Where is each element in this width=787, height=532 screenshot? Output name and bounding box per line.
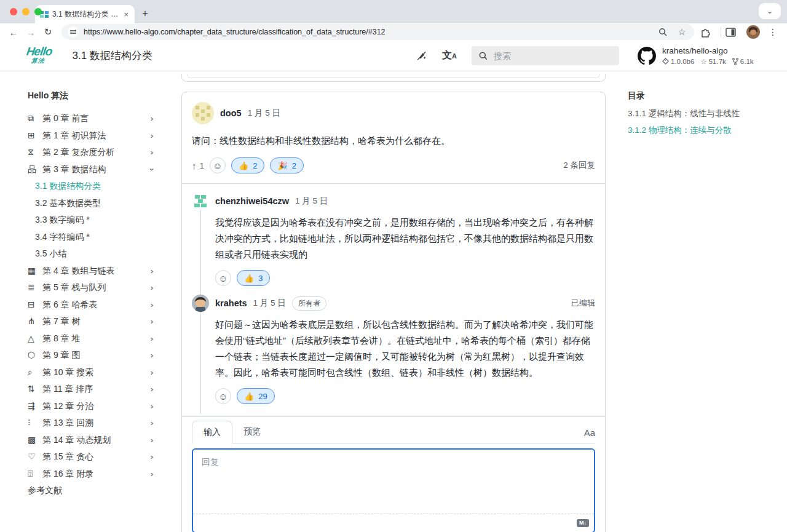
toc-item-active[interactable]: 3.1.2 物理结构：连续与分散 (628, 122, 787, 138)
close-window-button[interactable] (10, 8, 17, 15)
side-panel-icon[interactable] (726, 28, 742, 37)
reaction-count: 29 (258, 392, 267, 401)
sidebar-item[interactable]: 3.3 数字编码 * (28, 212, 181, 229)
chevron-right-icon[interactable]: › (151, 466, 153, 483)
chevron-right-icon[interactable]: › (151, 432, 153, 449)
chevron-right-icon[interactable]: › (151, 127, 153, 145)
add-reaction-icon[interactable]: ☺ (215, 270, 231, 286)
sidebar-item[interactable]: ⊟第 6 章 哈希表› (28, 296, 181, 314)
sidebar-item[interactable]: ⌕第 10 章 搜索› (28, 364, 181, 381)
chevron-right-icon[interactable]: › (151, 381, 153, 398)
sidebar-item-label: 3.3 数字编码 * (35, 212, 90, 229)
tab-overflow-chevron-icon[interactable]: ⌄ (759, 3, 781, 19)
sidebar-item[interactable]: △第 8 章 堆› (28, 330, 181, 347)
avatar[interactable] (192, 193, 209, 210)
sidebar-item-label: 3.1 数据结构分类 (35, 178, 101, 195)
sidebar-item[interactable]: ♡第 15 章 贪心› (28, 448, 181, 466)
search-input[interactable] (494, 51, 612, 61)
sidebar-item[interactable]: ⇶第 12 章 分治› (28, 398, 181, 415)
close-tab-icon[interactable]: × (122, 10, 130, 19)
reply-date[interactable]: 1 月 5 日 (295, 196, 328, 207)
upvote-count: 1 (200, 161, 205, 170)
avatar[interactable] (192, 295, 209, 312)
comment-date[interactable]: 1 月 5 日 (248, 108, 280, 119)
comment-author[interactable]: doo5 (220, 108, 242, 118)
bookmark-star-icon[interactable]: ☆ (676, 27, 688, 37)
reply-author[interactable]: krahets (215, 298, 247, 308)
chevron-right-icon[interactable]: › (151, 448, 153, 466)
tab-preview[interactable]: 预览 (232, 421, 272, 443)
chevron-down-icon[interactable]: › (143, 168, 160, 170)
address-bar[interactable]: https://www.hello-algo.com/chapter_data_… (61, 24, 694, 40)
zoom-window-button[interactable] (34, 8, 42, 15)
party-icon: 🎉 (277, 161, 287, 170)
sidebar-item[interactable]: ▩第 14 章 动态规划› (28, 432, 181, 449)
browser-menu-kebab-icon[interactable]: ⋮ (765, 27, 781, 37)
avatar[interactable] (192, 102, 214, 124)
chevron-right-icon[interactable]: › (151, 347, 153, 364)
tab-write[interactable]: 输入 (192, 421, 232, 443)
sidebar-item[interactable]: 3.5 小结 (28, 245, 181, 263)
chevron-right-icon[interactable]: › (151, 296, 153, 314)
add-reaction-icon[interactable]: ☺ (215, 388, 231, 404)
chevron-right-icon[interactable]: › (151, 144, 153, 161)
sidebar-item-label: 第 3 章 数据结构 (42, 161, 106, 178)
minimize-window-button[interactable] (22, 8, 30, 15)
chevron-right-icon[interactable]: › (151, 330, 153, 347)
reply-author[interactable]: chenzhiwei54czw (215, 196, 289, 206)
sidebar-item[interactable]: ⬡第 9 章 图› (28, 347, 181, 364)
thumbs-up-reaction-pill[interactable]: 👍2 (231, 157, 264, 173)
theme-toggle-icon[interactable] (416, 50, 427, 62)
sidebar-item[interactable]: 品第 3 章 数据结构› (28, 161, 181, 178)
sidebar-item[interactable]: ⧖第 2 章 复杂度分析› (28, 144, 181, 161)
extensions-puzzle-icon[interactable] (700, 27, 716, 38)
reply-date[interactable]: 1 月 5 日 (253, 298, 286, 309)
sidebar-item-label: 3.4 字符编码 * (35, 229, 90, 246)
sidebar-item[interactable]: ▦第 4 章 数组与链表› (28, 263, 181, 280)
github-repo-block[interactable]: krahets/hello-algo 1.0.0b6 ☆51.7k 6.1k (638, 46, 770, 66)
chevron-right-icon[interactable]: › (151, 415, 153, 432)
sidebar-item[interactable]: 3.2 基本数据类型 (28, 195, 181, 212)
chevron-right-icon[interactable]: › (151, 398, 153, 415)
chevron-right-icon[interactable]: › (151, 263, 153, 280)
reload-icon[interactable]: ↻ (41, 26, 55, 38)
sidebar-item[interactable]: ≣第 5 章 栈与队列› (28, 279, 181, 296)
upvote-button[interactable]: ↑1 (192, 161, 204, 171)
sidebar-item[interactable]: 3.4 字符编码 * (28, 229, 181, 246)
browser-profile-avatar[interactable] (746, 25, 760, 39)
text-format-button[interactable]: Aa (584, 427, 595, 443)
sidebar-item-active[interactable]: 3.1 数据结构分类 (28, 178, 181, 195)
sidebar-item[interactable]: ⍰第 16 章 附录› (28, 466, 181, 483)
chevron-right-icon[interactable]: › (151, 279, 153, 296)
reply-textarea[interactable] (193, 450, 594, 511)
sidebar-item[interactable]: ⁝第 13 章 回溯› (28, 415, 181, 432)
sidebar-item[interactable]: ⊞第 1 章 初识算法› (28, 127, 181, 145)
zoom-page-icon[interactable] (658, 28, 671, 37)
sidebar-site-name[interactable]: Hello 算法 (28, 87, 181, 104)
search-box[interactable] (472, 46, 619, 65)
toc-item[interactable]: 3.1.1 逻辑结构：线性与非线性 (628, 105, 787, 122)
sidebar-item[interactable]: ⋔第 7 章 树› (28, 313, 181, 330)
hash-table-icon: ⊟ (28, 296, 42, 314)
browser-tab[interactable]: 3.1 数据结构分类 - Hello 算法 × (35, 5, 135, 23)
markdown-icon[interactable]: M↓ (577, 519, 589, 527)
site-settings-icon[interactable] (68, 26, 79, 38)
sidebar-item-label: 第 10 章 搜索 (42, 364, 93, 381)
new-tab-button[interactable]: + (142, 7, 148, 20)
sidebar-item[interactable]: ⧉第 0 章 前言› (28, 110, 181, 127)
back-icon[interactable]: ← (6, 27, 21, 38)
language-translate-icon[interactable]: 文A (442, 49, 457, 62)
sidebar-item-references[interactable]: 参考文献 (28, 482, 181, 499)
chevron-right-icon[interactable]: › (151, 110, 153, 127)
thumbs-up-reaction-pill[interactable]: 👍29 (237, 388, 275, 404)
thumbs-up-reaction-pill[interactable]: 👍3 (237, 270, 270, 286)
forward-icon[interactable]: → (23, 27, 38, 38)
window-controls[interactable] (10, 8, 42, 15)
site-logo[interactable]: Hello算法 (25, 47, 53, 65)
sidebar-item[interactable]: ⇅第 11 章 排序› (28, 381, 181, 398)
tree-icon: ⋔ (28, 313, 42, 330)
add-reaction-icon[interactable]: ☺ (210, 157, 226, 173)
party-reaction-pill[interactable]: 🎉2 (270, 157, 303, 173)
chevron-right-icon[interactable]: › (151, 313, 153, 330)
chevron-right-icon[interactable]: › (151, 364, 153, 381)
